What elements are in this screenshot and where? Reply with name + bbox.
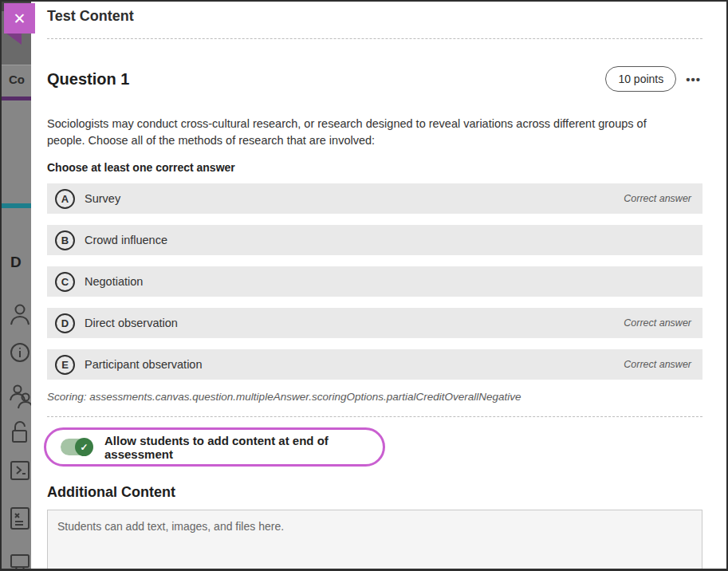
panel-title: Test Content: [47, 8, 702, 25]
tab-content-partial: Co: [9, 73, 25, 86]
details-actions-partial: D: [10, 254, 22, 271]
points-button[interactable]: 10 points: [605, 66, 676, 92]
screenshot-frame: Co D: [0, 0, 728, 571]
correct-answer-status: Correct answer: [624, 317, 691, 329]
option-label: Direct observation: [85, 317, 624, 329]
group-icon: [9, 383, 31, 410]
annotation-highlight-ring: ✓ Allow students to add content at end o…: [44, 427, 385, 467]
answer-option-d[interactable]: D Direct observation Correct answer: [47, 308, 702, 338]
close-icon: ✕: [14, 10, 26, 28]
choose-instruction: Choose at least one correct answer: [47, 161, 702, 174]
info-icon: [9, 341, 31, 364]
active-tab-underline: [2, 96, 31, 100]
code-block-icon: [9, 459, 30, 481]
calculator-icon: [9, 506, 31, 531]
answer-option-b[interactable]: B Crowd influence: [47, 225, 702, 255]
correct-answer-status: Correct answer: [624, 359, 691, 370]
test-content-panel: Test Content Question 1 10 points ••• So…: [31, 2, 726, 569]
toggle-label: Allow students to add content at end of …: [104, 434, 383, 461]
answer-option-e[interactable]: E Participant observation Correct answer: [47, 349, 702, 380]
background-page-strip: Co D: [2, 2, 31, 569]
option-letter-badge: A: [55, 189, 75, 209]
option-label: Negotiation: [85, 275, 691, 288]
question-prompt: Sociologists may conduct cross-cultural …: [47, 116, 677, 149]
answer-options-list: A Survey Correct answer B Crowd influenc…: [47, 183, 702, 380]
allow-student-content-toggle[interactable]: ✓: [61, 439, 92, 455]
additional-content-heading: Additional Content: [47, 484, 702, 501]
option-letter-badge: C: [55, 272, 75, 292]
divider: [2, 65, 31, 65]
option-label: Participant observation: [85, 358, 624, 371]
question-header: Question 1 10 points •••: [47, 66, 702, 92]
check-icon: ✓: [75, 438, 93, 456]
option-letter-badge: B: [55, 230, 75, 250]
answer-option-c[interactable]: C Negotiation: [47, 266, 702, 297]
course-banner-edge: [2, 203, 31, 208]
correct-answer-status: Correct answer: [624, 193, 691, 204]
option-letter-badge: D: [55, 313, 75, 333]
divider: [47, 416, 702, 417]
divider: [47, 38, 702, 39]
person-icon: [9, 302, 30, 326]
lock-icon: [9, 420, 30, 446]
answer-option-a[interactable]: A Survey Correct answer: [47, 183, 702, 214]
question-menu-button[interactable]: •••: [684, 69, 702, 89]
option-label: Crowd influence: [85, 234, 691, 246]
additional-content-input[interactable]: [47, 510, 702, 569]
option-label: Survey: [85, 192, 624, 205]
question-heading: Question 1: [47, 70, 605, 89]
screen-icon: [9, 552, 31, 569]
close-panel-button[interactable]: ✕: [4, 3, 35, 33]
option-letter-badge: E: [55, 355, 75, 375]
scoring-info: Scoring: assessments.canvas.question.mul…: [47, 391, 702, 403]
